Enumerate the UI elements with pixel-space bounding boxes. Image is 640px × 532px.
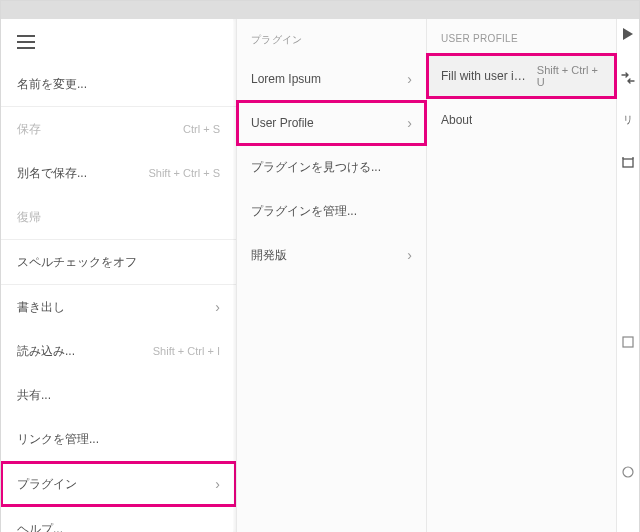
label: 共有... bbox=[17, 387, 51, 404]
label: User Profile bbox=[251, 116, 314, 130]
label: プラグインを見つける... bbox=[251, 159, 381, 176]
label: 開発版 bbox=[251, 247, 287, 264]
user-profile-panel: USER PROFILE Fill with user ima... Shift… bbox=[427, 19, 617, 532]
panels-container: 名前を変更... 保存 Ctrl + S 別名で保存... Shift + Ct… bbox=[1, 19, 639, 532]
square-icon[interactable] bbox=[619, 333, 637, 351]
arrows-icon[interactable] bbox=[619, 69, 637, 87]
chevron-right-icon: › bbox=[407, 248, 412, 262]
svg-marker-0 bbox=[623, 28, 633, 40]
shortcut: Shift + Ctrl + U bbox=[537, 64, 602, 88]
user-profile-item-about[interactable]: About bbox=[427, 98, 616, 142]
plugin-item-dev-version[interactable]: 開発版 › bbox=[237, 233, 426, 277]
label: リンクを管理... bbox=[17, 431, 99, 448]
right-strip-inner: リ bbox=[617, 19, 639, 481]
window-titlebar bbox=[1, 1, 639, 19]
ri-label[interactable]: リ bbox=[623, 113, 633, 127]
menu-item-help[interactable]: ヘルプ... bbox=[1, 507, 236, 532]
menu-item-export[interactable]: 書き出し › bbox=[1, 285, 236, 329]
menu-item-revert: 復帰 bbox=[1, 195, 236, 239]
play-icon[interactable] bbox=[619, 25, 637, 43]
svg-rect-4 bbox=[623, 337, 633, 347]
app-window: 名前を変更... 保存 Ctrl + S 別名で保存... Shift + Ct… bbox=[0, 0, 640, 532]
label: 別名で保存... bbox=[17, 165, 87, 182]
menu-item-share[interactable]: 共有... bbox=[1, 373, 236, 417]
chevron-right-icon: › bbox=[407, 116, 412, 130]
right-tool-strip: リ bbox=[617, 19, 639, 532]
shortcut: Shift + Ctrl + I bbox=[153, 345, 220, 357]
label: 名前を変更... bbox=[17, 76, 87, 93]
circle-icon[interactable] bbox=[619, 463, 637, 481]
plugin-item-lorem-ipsum[interactable]: Lorem Ipsum › bbox=[237, 57, 426, 101]
label: プラグイン bbox=[17, 476, 77, 493]
label: 読み込み... bbox=[17, 343, 75, 360]
plugin-item-manage-plugins[interactable]: プラグインを管理... bbox=[237, 189, 426, 233]
shortcut: Ctrl + S bbox=[183, 123, 220, 135]
label: ヘルプ... bbox=[17, 521, 63, 533]
shortcut: Shift + Ctrl + S bbox=[148, 167, 220, 179]
panel-header: USER PROFILE bbox=[427, 19, 616, 54]
hamburger-row bbox=[1, 19, 236, 62]
chevron-right-icon: › bbox=[215, 300, 220, 314]
svg-point-5 bbox=[623, 467, 633, 477]
hamburger-icon[interactable] bbox=[17, 35, 35, 49]
menu-item-save-as[interactable]: 別名で保存... Shift + Ctrl + S bbox=[1, 151, 236, 195]
plugin-item-find-plugins[interactable]: プラグインを見つける... bbox=[237, 145, 426, 189]
label: Lorem Ipsum bbox=[251, 72, 321, 86]
plugins-panel: プラグイン Lorem Ipsum › User Profile › プラグイン… bbox=[237, 19, 427, 532]
file-menu-panel: 名前を変更... 保存 Ctrl + S 別名で保存... Shift + Ct… bbox=[1, 19, 237, 532]
menu-item-spellcheck-off[interactable]: スペルチェックをオフ bbox=[1, 240, 236, 284]
menu-item-manage-links[interactable]: リンクを管理... bbox=[1, 417, 236, 461]
label: 復帰 bbox=[17, 209, 41, 226]
chevron-right-icon: › bbox=[407, 72, 412, 86]
artboard-icon[interactable] bbox=[619, 153, 637, 171]
svg-rect-1 bbox=[623, 159, 633, 167]
menu-item-save: 保存 Ctrl + S bbox=[1, 107, 236, 151]
menu-item-rename[interactable]: 名前を変更... bbox=[1, 62, 236, 106]
menu-item-import[interactable]: 読み込み... Shift + Ctrl + I bbox=[1, 329, 236, 373]
label: スペルチェックをオフ bbox=[17, 254, 137, 271]
label: Fill with user ima... bbox=[441, 69, 531, 83]
menu-item-plugins[interactable]: プラグイン › bbox=[1, 462, 236, 506]
plugin-item-user-profile[interactable]: User Profile › bbox=[237, 101, 426, 145]
label: 保存 bbox=[17, 121, 41, 138]
label: About bbox=[441, 113, 472, 127]
panel-header: プラグイン bbox=[237, 19, 426, 57]
label: プラグインを管理... bbox=[251, 203, 357, 220]
user-profile-item-fill-image[interactable]: Fill with user ima... Shift + Ctrl + U bbox=[427, 54, 616, 98]
label: 書き出し bbox=[17, 299, 65, 316]
chevron-right-icon: › bbox=[215, 477, 220, 491]
